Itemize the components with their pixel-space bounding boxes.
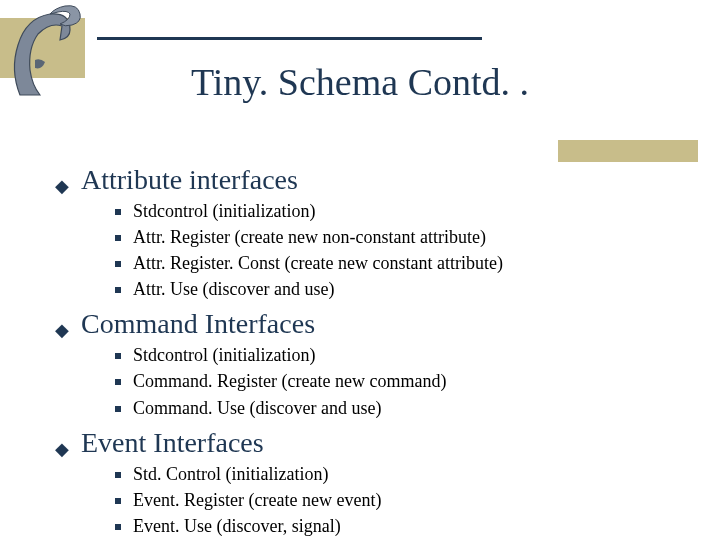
sub-item-label: Command. Use (discover and use) bbox=[133, 395, 381, 421]
star-bullet-icon: ◆ bbox=[55, 440, 69, 458]
section-label: Event Interfaces bbox=[81, 427, 264, 459]
star-bullet-icon: ◆ bbox=[55, 321, 69, 339]
decor-right-block bbox=[558, 140, 698, 162]
list-item: Command. Register (create new command) bbox=[115, 368, 665, 394]
sub-item-label: Std. Control (initialization) bbox=[133, 461, 328, 487]
sub-list: Std. Control (initialization) Event. Reg… bbox=[115, 461, 665, 539]
sub-item-label: Attr. Register (create new non-constant … bbox=[133, 224, 486, 250]
list-item: Attr. Register (create new non-constant … bbox=[115, 224, 665, 250]
sub-list: Stdcontrol (initialization) Attr. Regist… bbox=[115, 198, 665, 302]
list-item: Event. Use (discover, signal) bbox=[115, 513, 665, 539]
square-bullet-icon bbox=[115, 406, 121, 412]
sub-item-label: Stdcontrol (initialization) bbox=[133, 342, 315, 368]
sub-item-label: Command. Register (create new command) bbox=[133, 368, 446, 394]
square-bullet-icon bbox=[115, 209, 121, 215]
section-label: Attribute interfaces bbox=[81, 164, 298, 196]
sub-list: Stdcontrol (initialization) Command. Reg… bbox=[115, 342, 665, 420]
section-attribute-interfaces: ◆ Attribute interfaces bbox=[55, 164, 665, 196]
section-command-interfaces: ◆ Command Interfaces bbox=[55, 308, 665, 340]
list-item: Stdcontrol (initialization) bbox=[115, 198, 665, 224]
square-bullet-icon bbox=[115, 379, 121, 385]
slide-content: ◆ Attribute interfaces Stdcontrol (initi… bbox=[55, 160, 665, 540]
list-item: Command. Use (discover and use) bbox=[115, 395, 665, 421]
square-bullet-icon bbox=[115, 472, 121, 478]
square-bullet-icon bbox=[115, 235, 121, 241]
sub-item-label: Event. Register (create new event) bbox=[133, 487, 381, 513]
sub-item-label: Attr. Use (discover and use) bbox=[133, 276, 334, 302]
list-item: Std. Control (initialization) bbox=[115, 461, 665, 487]
list-item: Stdcontrol (initialization) bbox=[115, 342, 665, 368]
square-bullet-icon bbox=[115, 287, 121, 293]
slide-title: Tiny. Schema Contd. . bbox=[0, 60, 720, 104]
list-item: Attr. Register. Const (create new consta… bbox=[115, 250, 665, 276]
sub-item-label: Attr. Register. Const (create new consta… bbox=[133, 250, 503, 276]
square-bullet-icon bbox=[115, 498, 121, 504]
list-item: Event. Register (create new event) bbox=[115, 487, 665, 513]
section-label: Command Interfaces bbox=[81, 308, 315, 340]
section-event-interfaces: ◆ Event Interfaces bbox=[55, 427, 665, 459]
square-bullet-icon bbox=[115, 524, 121, 530]
square-bullet-icon bbox=[115, 261, 121, 267]
list-item: Attr. Use (discover and use) bbox=[115, 276, 665, 302]
star-bullet-icon: ◆ bbox=[55, 177, 69, 195]
sub-item-label: Stdcontrol (initialization) bbox=[133, 198, 315, 224]
title-divider bbox=[97, 37, 482, 40]
square-bullet-icon bbox=[115, 353, 121, 359]
sub-item-label: Event. Use (discover, signal) bbox=[133, 513, 341, 539]
